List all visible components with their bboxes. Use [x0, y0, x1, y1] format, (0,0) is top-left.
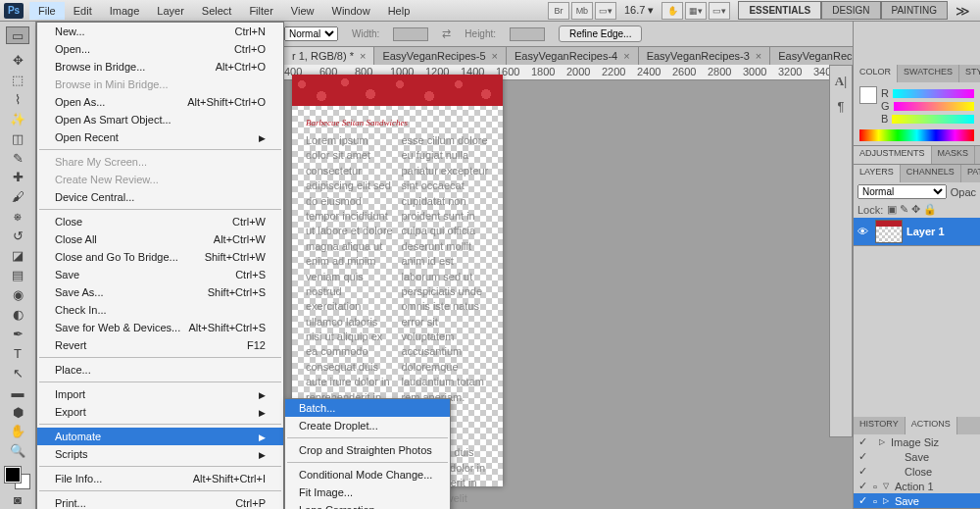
tab-history[interactable]: HISTORY [854, 417, 906, 434]
paragraph-panel-icon[interactable]: ¶ [838, 99, 845, 114]
menu-item-device-central[interactable]: Device Central... [37, 188, 283, 206]
hand-tool-icon[interactable]: ✋ [662, 2, 683, 20]
zoom-tool-icon[interactable]: 🔍 [6, 442, 29, 460]
menu-item-open-as-smart-object[interactable]: Open As Smart Object... [37, 111, 283, 128]
menu-item-close-and-go-to-bridge[interactable]: Close and Go To Bridge...Shift+Ctrl+W [37, 248, 283, 266]
menu-item-open[interactable]: Open...Ctrl+O [37, 40, 283, 58]
menu-item-close-all[interactable]: Close AllAlt+Ctrl+W [37, 230, 283, 248]
menu-item-open-as[interactable]: Open As...Alt+Shift+Ctrl+O [37, 93, 283, 111]
submenu-item-crop-and-straighten-photos[interactable]: Crop and Straighten Photos [285, 441, 450, 459]
blur-tool-icon[interactable]: ◉ [6, 286, 29, 304]
quickmask-icon[interactable]: ◙ [6, 490, 29, 508]
menu-help[interactable]: Help [379, 2, 419, 20]
launch-bridge-icon[interactable]: Br [548, 2, 569, 20]
menu-view[interactable]: View [282, 2, 323, 20]
close-icon[interactable]: × [492, 50, 498, 62]
path-tool-icon[interactable]: ↖ [6, 364, 29, 382]
close-icon[interactable]: × [623, 50, 629, 62]
swap-icon[interactable]: ⇄ [442, 27, 451, 40]
pen-tool-icon[interactable]: ✒ [6, 325, 29, 342]
zoom-level[interactable]: 16.7 ▾ [618, 4, 660, 17]
tab-adjustments[interactable]: ADJUSTMENTS [854, 146, 932, 164]
action-row[interactable]: ✓▫▽Action 1 [854, 479, 980, 493]
height-field[interactable] [510, 27, 545, 41]
menu-item-close[interactable]: CloseCtrl+W [37, 213, 283, 230]
type-tool-icon[interactable]: T [6, 344, 29, 362]
hand-tool-icon2[interactable]: ✋ [6, 423, 29, 440]
refine-edge-button[interactable]: Refine Edge... [559, 25, 642, 42]
submenu-item-create-droplet[interactable]: Create Droplet... [285, 417, 450, 434]
visibility-icon[interactable]: 👁 [858, 226, 871, 237]
launch-minibridge-icon[interactable]: Mb [571, 2, 593, 20]
eyedropper-tool-icon[interactable]: ✎ [6, 149, 29, 167]
action-row[interactable]: ✓▫▷Save [854, 493, 980, 508]
tab-paths[interactable]: PATH [961, 165, 980, 182]
tab-actions[interactable]: ACTIONS [906, 417, 957, 434]
document-tab[interactable]: EasyVeganRecipes-3× [639, 47, 771, 65]
menu-item-save-as[interactable]: Save As...Shift+Ctrl+S [37, 283, 283, 301]
tab-color[interactable]: COLOR [854, 65, 898, 82]
menu-edit[interactable]: Edit [65, 2, 101, 20]
b-slider[interactable] [892, 115, 974, 124]
menu-item-revert[interactable]: RevertF12 [37, 336, 283, 354]
r-slider[interactable] [893, 89, 974, 98]
menu-file[interactable]: File [29, 2, 65, 20]
tab-swatches[interactable]: SWATCHES [898, 65, 959, 82]
tab-styles[interactable]: STYL [959, 65, 980, 82]
menu-item-place[interactable]: Place... [37, 361, 283, 379]
menu-window[interactable]: Window [323, 2, 379, 20]
menu-filter[interactable]: Filter [240, 2, 281, 20]
menu-item-browse-in-bridge[interactable]: Browse in Bridge...Alt+Ctrl+O [37, 58, 283, 76]
move-tool-icon[interactable]: ✥ [6, 52, 29, 70]
color-swatches[interactable] [5, 467, 30, 489]
action-row[interactable]: ✓Save [854, 449, 980, 464]
layer-select[interactable]: Normal [284, 26, 338, 41]
screen-mode-icon[interactable]: ▭▾ [709, 2, 730, 20]
tab-channels[interactable]: CHANNELS [901, 165, 961, 182]
3d-tool-icon[interactable]: ⬢ [6, 403, 29, 421]
workspace-more-icon[interactable]: ≫ [950, 3, 976, 19]
menu-item-scripts[interactable]: Scripts▶ [37, 445, 283, 463]
document-tab[interactable]: EasyVeganRecipes-4× [507, 47, 639, 65]
menu-item-import[interactable]: Import▶ [37, 385, 283, 403]
lasso-tool-icon[interactable]: ⌇ [6, 90, 29, 108]
menu-item-automate[interactable]: Automate▶ [37, 428, 283, 445]
wand-tool-icon[interactable]: ✨ [6, 110, 29, 127]
lock-icons[interactable]: ▣ ✎ ✥ 🔒 [887, 203, 937, 216]
marquee-tool-icon[interactable]: ▭ [6, 26, 29, 44]
submenu-item-lens-correction[interactable]: Lens Correction... [285, 501, 450, 509]
g-slider[interactable] [894, 102, 974, 111]
gradient-tool-icon[interactable]: ▤ [6, 267, 29, 284]
stamp-tool-icon[interactable]: ⎈ [6, 208, 29, 226]
menu-item-check-in[interactable]: Check In... [37, 301, 283, 319]
workspace-design[interactable]: DESIGN [821, 1, 880, 20]
tab-layers[interactable]: LAYERS [854, 165, 901, 182]
submenu-item-batch[interactable]: Batch... [285, 399, 450, 417]
menu-select[interactable]: Select [193, 2, 241, 20]
history-brush-tool-icon[interactable]: ↺ [6, 228, 29, 245]
spectrum-icon[interactable] [859, 129, 974, 141]
action-row[interactable]: ✓Close [854, 464, 980, 479]
document-tab[interactable]: r 1, RGB/8) *× [284, 47, 374, 65]
menu-item-print[interactable]: Print...Ctrl+P [37, 494, 283, 509]
crop-tool-icon[interactable]: ◫ [6, 129, 29, 147]
action-row[interactable]: ✓▷Image Siz [854, 434, 980, 449]
menu-layer[interactable]: Layer [148, 2, 193, 20]
width-field[interactable] [393, 27, 428, 41]
menu-item-save[interactable]: SaveCtrl+S [37, 266, 283, 283]
view-extras-icon[interactable]: ▭▾ [595, 2, 616, 20]
document-tab[interactable]: EasyVeganRecipes-2× [770, 47, 853, 65]
menu-item-open-recent[interactable]: Open Recent▶ [37, 128, 283, 146]
dodge-tool-icon[interactable]: ◐ [6, 305, 29, 323]
eraser-tool-icon[interactable]: ◪ [6, 247, 29, 265]
document-tab[interactable]: EasyVeganRecipes-5× [374, 47, 507, 65]
menu-item-file-info[interactable]: File Info...Alt+Shift+Ctrl+I [37, 470, 283, 487]
submenu-item-fit-image[interactable]: Fit Image... [285, 484, 450, 501]
arrange-docs-icon[interactable]: ▦▾ [685, 2, 707, 20]
workspace-painting[interactable]: PAINTING [881, 1, 948, 20]
brush-tool-icon[interactable]: 🖌 [6, 188, 29, 206]
marquee-rect-tool-icon[interactable]: ⬚ [6, 71, 29, 88]
shape-tool-icon[interactable]: ▬ [6, 383, 29, 401]
menu-image[interactable]: Image [101, 2, 149, 20]
menu-item-export[interactable]: Export▶ [37, 403, 283, 421]
